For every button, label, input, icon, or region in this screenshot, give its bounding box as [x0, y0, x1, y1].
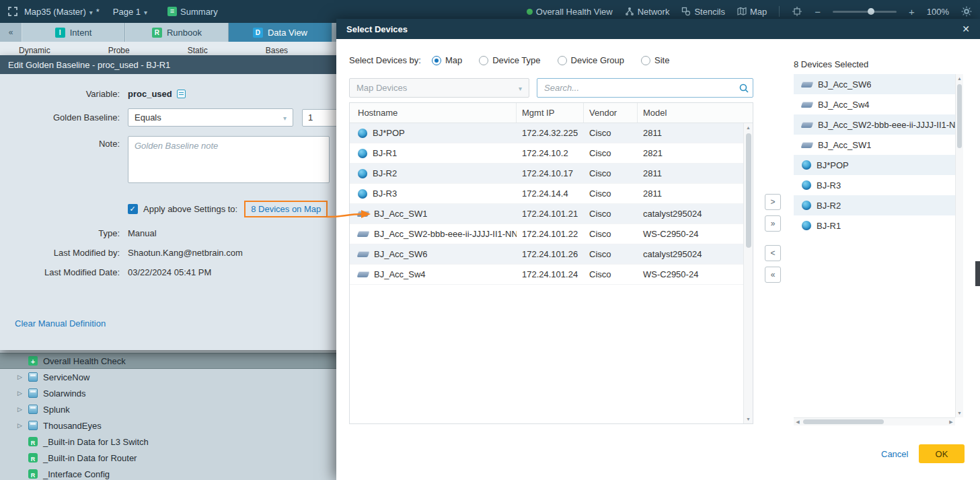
column-header-mgmt-ip[interactable]: Mgmt IP: [517, 103, 584, 123]
stencils-button[interactable]: Stencils: [681, 7, 725, 17]
move-all-right-button[interactable]: »: [765, 215, 781, 232]
table-row[interactable]: BJ_Acc_SW1 172.24.101.21 Cisco catalyst2…: [350, 204, 743, 224]
window-scrollbar-thumb[interactable]: [975, 261, 980, 286]
tree-item-label: ThousandEyes: [43, 421, 102, 431]
move-right-button[interactable]: >: [765, 194, 781, 210]
zoom-slider[interactable]: [833, 11, 897, 13]
table-vertical-scrollbar[interactable]: [743, 123, 753, 423]
table-row[interactable]: BJ-R2 172.24.10.17 Cisco 2811: [350, 164, 743, 184]
toolbar-item[interactable]: Static: [188, 46, 208, 55]
radio-option[interactable]: Site: [641, 55, 669, 65]
network-button[interactable]: Network: [625, 7, 670, 17]
apply-settings-checkbox[interactable]: [128, 204, 138, 214]
radio-option[interactable]: Map: [432, 55, 462, 65]
toolbar-item[interactable]: Bases: [266, 46, 288, 55]
expand-arrow-icon[interactable]: ▷: [17, 422, 28, 429]
scroll-right-icon[interactable]: [947, 419, 955, 425]
selected-device-row[interactable]: BJ_Acc_Sw4: [794, 94, 955, 114]
model-cell: WS-C2950-24: [638, 229, 743, 239]
radio-option[interactable]: Device Type: [479, 55, 540, 65]
note-input[interactable]: [128, 136, 330, 183]
collapse-panel-icon[interactable]: «: [0, 28, 22, 37]
zoom-in-button[interactable]: +: [909, 6, 915, 18]
scroll-up-icon[interactable]: [957, 74, 962, 83]
selected-device-row[interactable]: BJ_Acc_SW6: [794, 74, 955, 94]
scroll-down-icon[interactable]: [746, 415, 751, 423]
selected-device-label: BJ_Acc_SW2-bbb-eee-ii-JJJJ-II1-NNNN...: [818, 120, 955, 130]
tab[interactable]: R Runbook: [125, 23, 229, 42]
page-selector[interactable]: Page 1: [113, 7, 147, 17]
vendor-cell: Cisco: [584, 128, 638, 138]
selected-device-row[interactable]: BJ-R2: [794, 195, 955, 215]
scroll-down-icon[interactable]: [957, 409, 962, 417]
table-row[interactable]: BJ_Acc_Sw4 172.24.101.24 Cisco WS-C2950-…: [350, 265, 743, 285]
cancel-button[interactable]: Cancel: [881, 449, 908, 459]
radio-option[interactable]: Device Group: [558, 55, 624, 65]
table-row[interactable]: BJ*POP 172.24.32.225 Cisco 2811: [350, 123, 743, 143]
summary-button[interactable]: ≡ Summary: [167, 7, 218, 17]
move-all-left-button[interactable]: «: [765, 267, 781, 283]
clear-manual-definition-link[interactable]: Clear Manual Definition: [15, 318, 106, 329]
devices-on-map-link[interactable]: 8 Devices on Map: [244, 201, 328, 217]
modal-body: Select Devices by: Map Device Type: [336, 39, 980, 480]
tree-item[interactable]: _Built-in Data for Router: [0, 450, 336, 466]
tree-item[interactable]: ▷ ServiceNow: [0, 369, 336, 385]
tree-item[interactable]: Overall Health Check: [0, 353, 336, 369]
scrollbar-thumb[interactable]: [957, 84, 962, 148]
scroll-left-icon[interactable]: [794, 419, 802, 425]
expand-arrow-icon[interactable]: ▷: [17, 374, 28, 380]
operator-select[interactable]: Equals: [128, 108, 293, 127]
ok-button[interactable]: OK: [919, 444, 965, 463]
search-input[interactable]: [537, 83, 735, 93]
expand-arrow-icon[interactable]: ▷: [17, 390, 28, 397]
scroll-up-icon[interactable]: [746, 123, 751, 132]
selected-vertical-scrollbar[interactable]: [955, 74, 963, 417]
tree-item[interactable]: _Built-in Data for L3 Switch: [0, 434, 336, 450]
tab[interactable]: I Intent: [22, 23, 125, 42]
type-value: Manual: [128, 228, 157, 238]
selected-device-row[interactable]: BJ_Acc_SW2-bbb-eee-ii-JJJJ-II1-NNNN...: [794, 114, 955, 135]
selected-device-row[interactable]: BJ-R1: [794, 215, 955, 236]
toolbar-item[interactable]: Dynamic: [19, 46, 50, 55]
tab[interactable]: D Data View: [229, 23, 332, 42]
tree-item[interactable]: ▷ ThousandEyes: [0, 417, 336, 434]
chevron-down-icon: [283, 112, 287, 123]
expand-map-icon[interactable]: [8, 7, 17, 16]
device-source-dropdown[interactable]: Map Devices: [349, 78, 529, 98]
device-type-icon: [801, 142, 814, 148]
scrollbar-thumb[interactable]: [746, 133, 751, 248]
chevron-down-icon: [144, 7, 147, 17]
selected-device-row[interactable]: BJ-R3: [794, 175, 955, 195]
fit-view-button[interactable]: [792, 6, 802, 17]
column-header-vendor[interactable]: Vendor: [584, 103, 638, 123]
selected-horizontal-scrollbar[interactable]: [794, 417, 955, 425]
overall-health-view-button[interactable]: Overall Health View: [527, 7, 613, 17]
map-button[interactable]: Map: [737, 7, 767, 17]
tree-item-label: _Built-in Data for L3 Switch: [43, 437, 149, 447]
tree-item[interactable]: ▷ Splunk: [0, 401, 336, 417]
table-row[interactable]: BJ_Acc_SW6 172.24.101.26 Cisco catalyst2…: [350, 244, 743, 265]
toolbar-item[interactable]: Probe: [108, 46, 130, 55]
expand-arrow-icon[interactable]: ▷: [17, 406, 28, 413]
move-left-button[interactable]: <: [765, 245, 781, 261]
tree-item[interactable]: ▷ Solarwinds: [0, 385, 336, 401]
model-cell: catalyst295024: [638, 249, 743, 259]
selected-device-row[interactable]: BJ*POP: [794, 155, 955, 175]
column-header-hostname[interactable]: Hostname: [350, 103, 517, 123]
tree-item[interactable]: _Interface Config: [0, 466, 336, 480]
selected-devices-list: BJ_Acc_SW6 BJ_Acc_Sw4 BJ_Acc_SW2-bbb-eee…: [794, 74, 963, 425]
zoom-out-button[interactable]: −: [815, 6, 821, 18]
table-row[interactable]: BJ-R3 172.24.14.4 Cisco 2811: [350, 184, 743, 204]
hostname-cell: BJ_Acc_SW1: [374, 209, 427, 219]
zoom-slider-knob[interactable]: [868, 8, 874, 15]
table-row[interactable]: BJ_Acc_SW2-bbb-eee-ii-JJJJ-II1-NNNN... 1…: [350, 224, 743, 244]
baseline-variable-icon[interactable]: [177, 90, 186, 98]
table-row[interactable]: BJ-R1 172.24.10.2 Cisco 2821: [350, 143, 743, 164]
scrollbar-thumb[interactable]: [803, 419, 884, 424]
map-title[interactable]: Map35 (Master) *: [24, 7, 100, 17]
search-icon[interactable]: [735, 83, 753, 94]
close-icon[interactable]: ✕: [962, 24, 970, 34]
selected-device-row[interactable]: BJ_Acc_SW1: [794, 135, 955, 155]
settings-button[interactable]: [961, 6, 972, 17]
column-header-model[interactable]: Model: [638, 103, 753, 123]
